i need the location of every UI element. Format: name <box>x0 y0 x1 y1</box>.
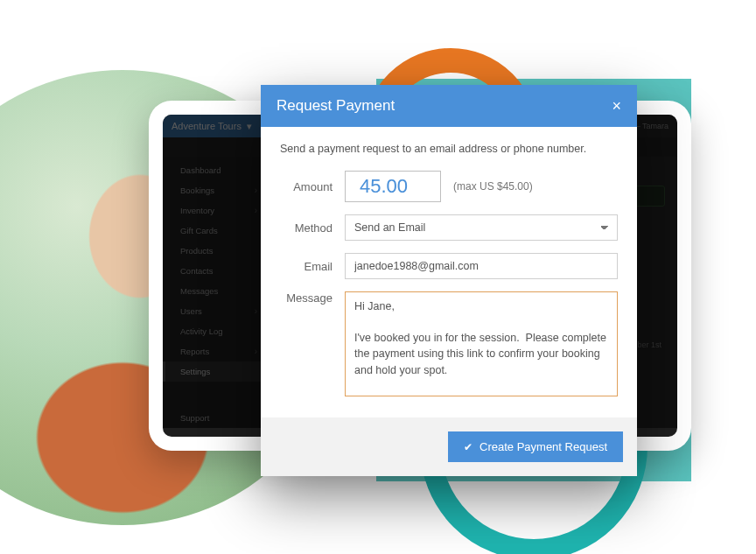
email-input[interactable] <box>345 253 618 279</box>
sidebar-item-giftcards[interactable]: Gift Cards <box>163 221 266 241</box>
submit-label: Create Payment Request <box>480 440 607 453</box>
sidebar-item-settings[interactable]: Settings <box>163 361 266 382</box>
message-label: Message <box>280 291 332 305</box>
message-textarea[interactable]: Hi Jane, I've booked you in for the sess… <box>345 291 618 396</box>
brand-menu[interactable]: Adventure Tours ▾ <box>163 115 261 137</box>
amount-hint: (max US $45.00) <box>453 180 533 193</box>
sidebar-item-messages[interactable]: Messages <box>163 281 266 301</box>
method-label: Method <box>280 221 332 235</box>
sidebar-item-products[interactable]: Products <box>163 241 266 261</box>
sidebar-item-users[interactable]: Users <box>163 301 266 321</box>
modal-header: Request Payment × <box>261 85 637 127</box>
brand-name: Adventure Tours <box>172 121 242 131</box>
sidebar-item-contacts[interactable]: Contacts <box>163 261 266 281</box>
sidebar-item-support[interactable]: Support <box>163 408 266 428</box>
amount-label: Amount <box>280 180 332 193</box>
check-icon <box>464 440 472 453</box>
modal-title: Request Payment <box>276 97 395 115</box>
sidebar: Dashboard Bookings Inventory Gift Cards … <box>163 157 266 428</box>
create-payment-request-button[interactable]: Create Payment Request <box>448 431 623 462</box>
amount-input[interactable] <box>345 171 441 202</box>
close-icon[interactable]: × <box>612 98 621 114</box>
request-payment-modal: Request Payment × Send a payment request… <box>261 85 637 476</box>
sidebar-item-activitylog[interactable]: Activity Log <box>163 321 266 341</box>
sidebar-item-inventory[interactable]: Inventory <box>163 200 266 221</box>
sidebar-item-bookings[interactable]: Bookings <box>163 180 266 200</box>
sidebar-item-dashboard[interactable]: Dashboard <box>163 160 266 180</box>
modal-description: Send a payment request to an email addre… <box>280 143 618 155</box>
method-select[interactable]: Send an Email <box>345 214 618 241</box>
sidebar-item-reports[interactable]: Reports <box>163 341 266 361</box>
chevron-down-icon: ▾ <box>247 121 252 132</box>
email-label: Email <box>280 260 332 273</box>
